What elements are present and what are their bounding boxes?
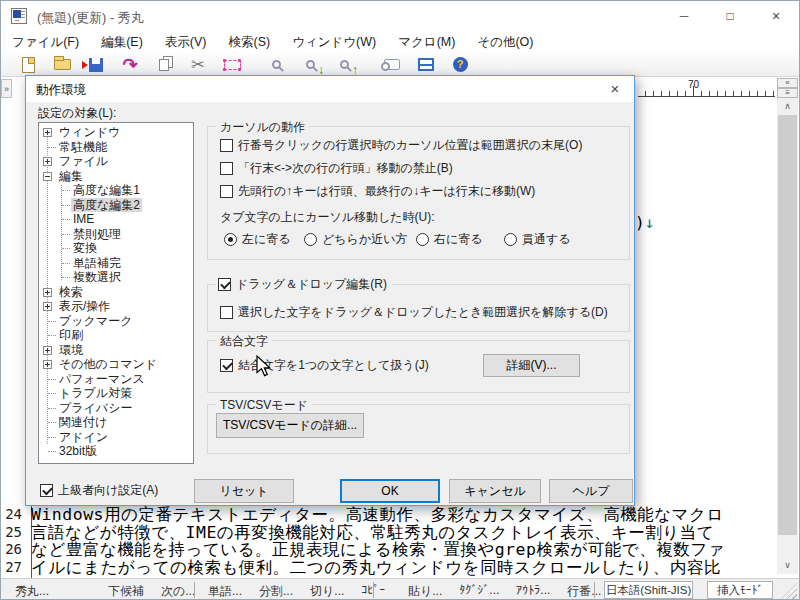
cut-icon[interactable]: ✂ [185,54,211,76]
tree-item-label[interactable]: プライバシー [57,401,134,416]
checkbox-icon[interactable] [40,484,53,497]
tree-item[interactable]: ブックマーク [39,314,193,329]
menu-item[interactable]: ファイル(F) [1,31,90,53]
tab-cursor-radio[interactable]: 貫通する [504,231,571,247]
split-window-icon[interactable] [413,54,439,76]
tree-item-label[interactable]: 複数選択 [71,270,123,285]
tree-item-label[interactable]: ファイル [57,154,110,169]
resize-grip[interactable] [781,583,797,599]
close-button[interactable]: × [753,1,799,31]
ruler-left-button[interactable]: » [1,79,12,98]
tree-item[interactable]: 印刷 [39,328,193,343]
tree-item-label[interactable]: 表示/操作 [57,299,112,314]
tree-item-label[interactable]: 常駐機能 [57,140,109,155]
ruler-collapse-button[interactable]: « [777,78,798,88]
tree-item[interactable]: その他のコマンド [39,357,193,372]
open-file-icon[interactable] [49,54,75,76]
statusbar-item[interactable]: 下候補 [108,583,144,600]
tree-item-label[interactable]: 禁則処理 [71,227,123,242]
expand-icon[interactable] [43,128,52,137]
tree-item[interactable]: 関連付け [39,415,193,430]
tree-item[interactable]: IME [39,212,193,227]
scroll-down-icon[interactable]: ∨ [777,557,798,574]
statusbar-item[interactable]: 秀丸... [15,583,49,600]
tree-item-label[interactable]: 印刷 [57,328,85,343]
tree-item[interactable]: 32bit版 [39,444,193,459]
checkbox-icon[interactable] [220,185,233,198]
tree-item[interactable]: パフォーマンス [39,372,193,387]
tree-item-label[interactable]: 環境 [57,343,85,358]
menu-item[interactable]: その他(O) [466,31,544,53]
tree-item-label[interactable]: ウィンドウ [57,125,122,140]
cursor-option-checkbox[interactable]: 「行末<->次の行の行頭」移動の禁止(B) [220,160,453,176]
tab-cursor-radio[interactable]: どちらか近い方 [304,231,407,247]
statusbar-item[interactable]: 分割... [259,583,293,600]
help-button[interactable]: ヘルプ [549,479,633,503]
tree-item[interactable]: ファイル [39,154,193,169]
statusbar-item[interactable]: 切り... [310,583,344,600]
tree-item-label[interactable]: 単語補完 [71,256,123,271]
tree-item[interactable]: 常駐機能 [39,140,193,155]
search-up-icon[interactable]: ↑ [333,54,359,76]
menu-item[interactable]: 編集(E) [90,31,154,53]
tag-jump-icon[interactable] [379,54,405,76]
reset-button[interactable]: リセット [194,479,294,503]
tab-cursor-radio[interactable]: 右に寄る [416,231,483,247]
scrollbar-thumb[interactable] [778,115,797,535]
ok-button[interactable]: OK [340,479,440,503]
expand-icon[interactable] [43,346,52,355]
statusbar-item[interactable]: 行番... [567,583,601,600]
cancel-button[interactable]: キャンセル [449,479,541,503]
cursor-option-checkbox[interactable]: 先頭行の↑キーは行頭、最終行の↓キーは行末に移動(W) [220,183,535,199]
tree-item[interactable]: 環境 [39,343,193,358]
tree-item[interactable]: 変換 [39,241,193,256]
tab-cursor-radio[interactable]: 左に寄る [224,231,291,247]
expand-icon[interactable] [43,157,52,166]
combining-char-checkbox[interactable]: 結合文字を1つの文字として扱う(J) [220,357,429,373]
tree-item-label[interactable]: 32bit版 [57,444,99,459]
outline-button[interactable]: ≡ [777,88,798,98]
tree-item-label[interactable]: 高度な編集2 [71,198,142,213]
statusbar-item[interactable]: 次の... [161,583,195,600]
input-mode-indicator[interactable]: 挿入ﾓｰﾄﾞ [707,581,773,599]
statusbar-item[interactable]: ﾀｸﾞｼﾞ... [459,583,499,600]
tree-item[interactable]: 高度な編集1 [39,183,193,198]
tree-item[interactable]: プライバシー [39,401,193,416]
box-selection-icon[interactable] [219,54,245,76]
tree-item-label[interactable]: アドイン [57,430,110,445]
menu-item[interactable]: 検索(S) [217,31,281,53]
maximize-button[interactable]: □ [707,1,753,31]
deselect-after-dragdrop-checkbox[interactable]: 選択した文字をドラッグ＆ドロップしたとき範囲選択を解除する(D) [220,304,608,320]
tree-item[interactable]: アドイン [39,430,193,445]
tree-item[interactable]: 検索 [39,285,193,300]
vertical-scrollbar[interactable]: ∧ ∨ [777,98,798,574]
statusbar-item[interactable]: ｱｳﾄﾗ... [516,583,550,600]
tree-item-label[interactable]: 変換 [71,241,99,256]
tree-item-label[interactable]: 関連付け [57,415,109,430]
search-icon[interactable] [265,54,291,76]
menu-item[interactable]: ウィンドウ(W) [281,31,387,53]
tree-item-label[interactable]: パフォーマンス [57,372,147,387]
tree-item[interactable]: 高度な編集2 [39,198,193,213]
expand-icon[interactable] [43,288,52,297]
dragdrop-edit-checkbox[interactable]: ドラッグ＆ドロップ編集(R) [216,275,392,293]
tree-item-label[interactable]: 検索 [57,285,85,300]
tree-item-label[interactable]: トラブル対策 [57,386,134,401]
dialog-close-button[interactable]: × [600,78,630,100]
statusbar-item[interactable]: 単語... [208,583,242,600]
tree-item-label[interactable]: IME [71,212,96,227]
advanced-settings-checkbox[interactable]: 上級者向け設定(A) [40,482,158,498]
tree-item-label[interactable]: 編集 [57,169,85,184]
radio-icon[interactable] [416,233,429,246]
tree-item[interactable]: 編集 [39,169,193,184]
tree-item[interactable]: 表示/操作 [39,299,193,314]
minimize-button[interactable]: ─ [661,1,707,31]
checkbox-icon[interactable] [218,278,231,291]
help-icon[interactable]: ? [447,54,473,76]
radio-icon[interactable] [304,233,317,246]
detail-button[interactable]: 詳細(V)... [483,354,580,377]
tree-item[interactable]: 単語補完 [39,256,193,271]
checkbox-icon[interactable] [220,139,233,152]
radio-icon[interactable] [504,233,517,246]
copy-icon[interactable] [151,54,177,76]
